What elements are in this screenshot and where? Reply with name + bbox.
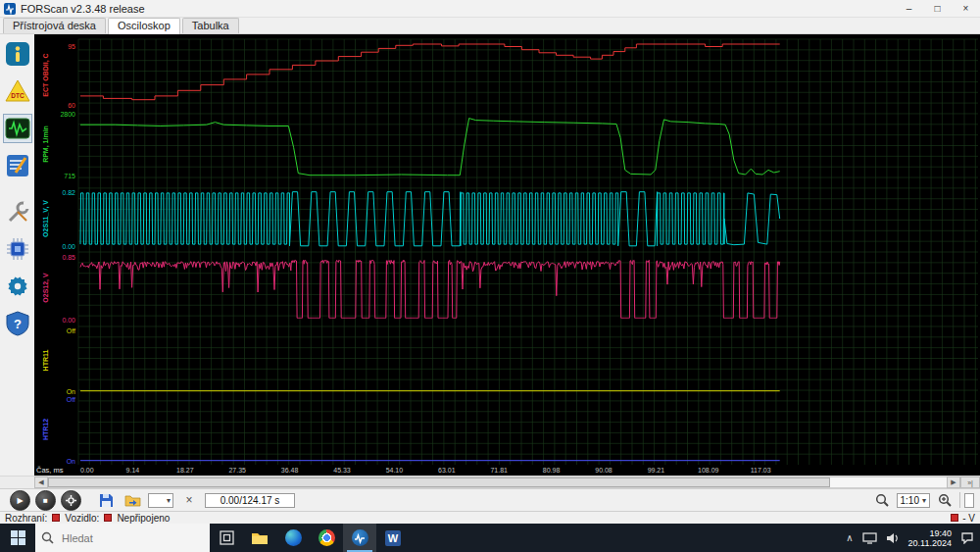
tab-bar: Přístrojová deska Osciloskop Tabulka	[0, 18, 980, 34]
chevron-down-icon: ▾	[922, 496, 926, 505]
svg-text:O2S12, V: O2S12, V	[42, 273, 50, 303]
sidebar-datalogger-button[interactable]	[3, 151, 32, 180]
svg-text:On: On	[67, 458, 75, 465]
tab-oscilloscope[interactable]: Osciloskop	[108, 18, 180, 34]
tab-table[interactable]: Tabulka	[182, 18, 239, 33]
vehicle-status-indicator	[104, 514, 112, 522]
scroll-track[interactable]	[48, 477, 947, 488]
vehicle-label: Vozidlo:	[65, 513, 99, 524]
edge-icon	[285, 529, 302, 546]
edge-button[interactable]	[276, 524, 310, 552]
network-icon[interactable]	[862, 532, 877, 544]
toolbar-separator	[959, 492, 960, 508]
sidebar-about-button[interactable]: ?	[3, 309, 32, 338]
right-status-text: - V	[962, 513, 975, 524]
svg-text:71.81: 71.81	[490, 467, 508, 474]
svg-text:90.08: 90.08	[595, 467, 612, 474]
svg-text:63.01: 63.01	[438, 467, 456, 474]
close-button[interactable]: ×	[952, 0, 980, 17]
record-select[interactable]: ▾	[148, 493, 173, 508]
svg-text:0.00: 0.00	[80, 467, 94, 474]
zoom-out-button[interactable]	[871, 490, 893, 510]
chip-icon	[5, 236, 30, 262]
vehicle-info-icon	[5, 41, 30, 67]
connection-status-text: Nepřipojeno	[117, 513, 170, 524]
volume-icon[interactable]	[886, 532, 900, 544]
chrome-button[interactable]	[310, 524, 343, 552]
windows-taskbar: W ∧ 19:40 20.11.2024	[0, 524, 980, 552]
forscan-taskbar-button[interactable]	[343, 524, 376, 552]
minimize-button[interactable]: –	[895, 0, 923, 17]
window-title: FORScan v2.3.48 release	[21, 3, 145, 15]
scroll-thumb[interactable]	[48, 477, 830, 487]
gear-icon	[5, 274, 30, 299]
service-icon	[5, 199, 30, 225]
toolbar-edge-control[interactable]	[964, 493, 974, 508]
clock-date: 20.11.2024	[908, 538, 952, 548]
word-button[interactable]: W	[376, 524, 410, 552]
save-record-button[interactable]	[95, 490, 117, 510]
word-icon: W	[385, 530, 401, 546]
search-input[interactable]	[60, 531, 191, 545]
sidebar-settings-button[interactable]	[3, 272, 32, 301]
svg-text:0.00: 0.00	[62, 243, 75, 250]
magnifier-icon	[938, 493, 952, 507]
tray-chevron-icon[interactable]: ∧	[846, 532, 853, 543]
maximize-button[interactable]: □	[923, 0, 952, 17]
svg-text:18.27: 18.27	[176, 467, 194, 474]
svg-text:45.33: 45.33	[333, 467, 351, 474]
svg-text:0.00: 0.00	[62, 317, 75, 324]
load-record-button[interactable]	[122, 490, 143, 510]
action-center-icon[interactable]	[960, 531, 974, 544]
sidebar-oscilloscope-button[interactable]	[3, 114, 32, 143]
clock-time: 19:40	[908, 528, 952, 538]
forscan-window: FORScan v2.3.48 release – □ × Přístrojov…	[0, 0, 980, 524]
file-explorer-button[interactable]	[243, 524, 276, 552]
svg-text:0.85: 0.85	[62, 254, 75, 261]
sidebar-vehicle-info-button[interactable]	[3, 39, 32, 69]
scroll-right-button[interactable]: ▶	[947, 477, 960, 488]
task-view-button[interactable]	[210, 524, 243, 552]
scroll-to-end-button[interactable]: »|	[960, 477, 980, 488]
stop-button[interactable]: ■	[35, 490, 56, 511]
sidebar-configuration-button[interactable]	[3, 234, 32, 264]
system-tray: ∧ 19:40 20.11.2024	[846, 524, 980, 552]
clear-button[interactable]: ×	[178, 490, 200, 510]
window-controls: – □ ×	[895, 0, 980, 17]
svg-text:99.21: 99.21	[648, 467, 665, 474]
taskbar-clock[interactable]: 19:40 20.11.2024	[908, 528, 952, 548]
sidebar-dtc-button[interactable]: DTC	[3, 76, 32, 106]
start-button[interactable]	[0, 524, 35, 552]
svg-text:80.98: 80.98	[543, 467, 561, 474]
status-bar: Rozhraní: Vozidlo: Nepřipojeno - V	[0, 511, 980, 524]
scroll-left-button[interactable]: ◀	[34, 477, 48, 488]
tab-dashboard[interactable]: Přístrojová deska	[3, 18, 106, 33]
zoom-in-button[interactable]	[934, 490, 956, 510]
svg-text:2800: 2800	[60, 111, 75, 118]
titlebar[interactable]: FORScan v2.3.48 release – □ ×	[0, 0, 980, 18]
scope-settings-button[interactable]	[61, 490, 81, 511]
help-shield-icon: ?	[5, 311, 30, 336]
sidebar-service-button[interactable]	[3, 197, 32, 226]
taskbar-search[interactable]	[35, 524, 210, 552]
svg-text:60: 60	[68, 102, 75, 109]
time-scale-select[interactable]: 1:10 ▾	[897, 493, 930, 508]
svg-text:On: On	[67, 388, 75, 395]
svg-text:108.09: 108.09	[698, 467, 719, 474]
dtc-icon: DTC	[5, 78, 30, 104]
svg-text:HTR11: HTR11	[42, 350, 49, 372]
play-button[interactable]: ▶	[10, 490, 30, 511]
oscilloscope-icon	[5, 116, 30, 141]
oscilloscope-canvas[interactable]: Čas, ms0.009.1418.2727.3536.4845.3354.10…	[34, 34, 980, 476]
svg-text:Off: Off	[67, 396, 75, 403]
svg-text:HTR12: HTR12	[42, 419, 49, 440]
datalogger-icon	[5, 153, 30, 178]
chrome-icon	[318, 529, 335, 546]
interface-status-indicator	[52, 514, 60, 522]
svg-text:117.03: 117.03	[751, 467, 771, 474]
playback-position-field[interactable]: 0.00/124.17 s	[205, 493, 295, 508]
right-status-indicator	[951, 514, 958, 522]
time-scale-value: 1:10	[901, 495, 919, 506]
svg-text:27.35: 27.35	[228, 467, 246, 474]
forscan-app-icon	[4, 3, 16, 15]
